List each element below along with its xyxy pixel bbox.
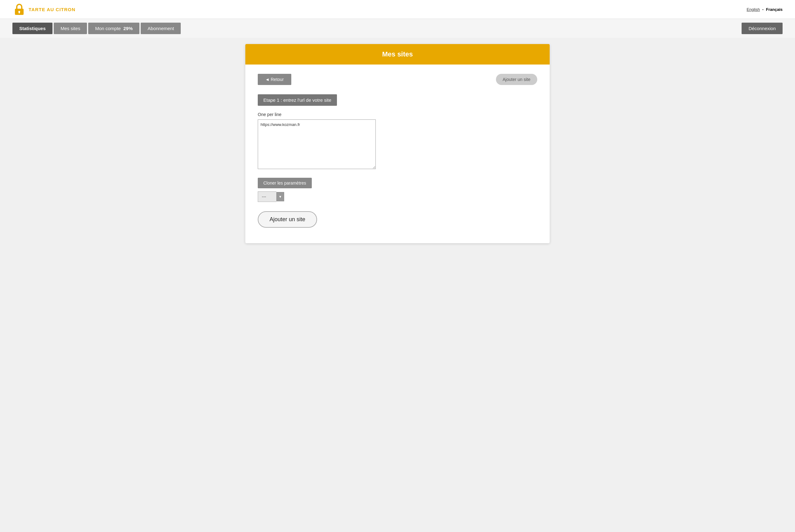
- content-card: Mes sites ◄ Retour Ajouter un site Etape…: [245, 44, 550, 243]
- card-header: Mes sites: [245, 44, 550, 64]
- add-site-main-button[interactable]: Ajouter un site: [258, 211, 317, 228]
- nav-statistiques[interactable]: Statistiques: [13, 23, 53, 34]
- url-field-section: One per line https://www.kozman.fr: [258, 112, 537, 170]
- card-title: Mes sites: [382, 50, 413, 58]
- step1-label: Etape 1 : entrez l'url de votre site: [258, 94, 337, 106]
- url-textarea[interactable]: https://www.kozman.fr: [258, 119, 376, 169]
- one-per-line-label: One per line: [258, 112, 537, 117]
- nav-mes-sites[interactable]: Mes sites: [54, 23, 87, 34]
- lang-separator: -: [762, 7, 765, 12]
- logo-icon: [13, 2, 26, 16]
- header: TARTE AU CITRON English - Français: [0, 0, 795, 19]
- lang-english-link[interactable]: English: [746, 7, 760, 12]
- nav-mon-compte-badge: 29%: [123, 26, 132, 31]
- clone-section: Cloner les paramètres --- ▼: [258, 178, 537, 202]
- svg-rect-2: [19, 12, 20, 13]
- add-site-top-button[interactable]: Ajouter un site: [496, 74, 538, 85]
- nav-mon-compte-label: Mon compte: [95, 26, 121, 31]
- nav-deconnexion[interactable]: Déconnexion: [742, 23, 782, 34]
- main-wrapper: Mes sites ◄ Retour Ajouter un site Etape…: [0, 38, 795, 255]
- lang-switcher: English - Français: [746, 7, 782, 12]
- clone-select-arrow[interactable]: ▼: [276, 192, 284, 201]
- logo-text: TARTE AU CITRON: [29, 7, 75, 12]
- nav-mon-compte[interactable]: Mon compte 29%: [88, 23, 140, 34]
- add-site-main-wrapper: Ajouter un site: [258, 202, 537, 228]
- nav-bar: Statistiques Mes sites Mon compte 29% Ab…: [0, 19, 795, 38]
- back-button[interactable]: ◄ Retour: [258, 74, 291, 85]
- logo-area: TARTE AU CITRON: [13, 2, 75, 16]
- clone-params-button[interactable]: Cloner les paramètres: [258, 178, 312, 188]
- clone-select-wrapper: --- ▼: [258, 191, 537, 202]
- lang-french-active[interactable]: Français: [766, 7, 782, 12]
- nav-abonnement[interactable]: Abonnement: [141, 23, 181, 34]
- card-body: ◄ Retour Ajouter un site Etape 1 : entre…: [245, 64, 550, 243]
- clone-select-display: ---: [258, 191, 276, 202]
- top-actions: ◄ Retour Ajouter un site: [258, 74, 537, 85]
